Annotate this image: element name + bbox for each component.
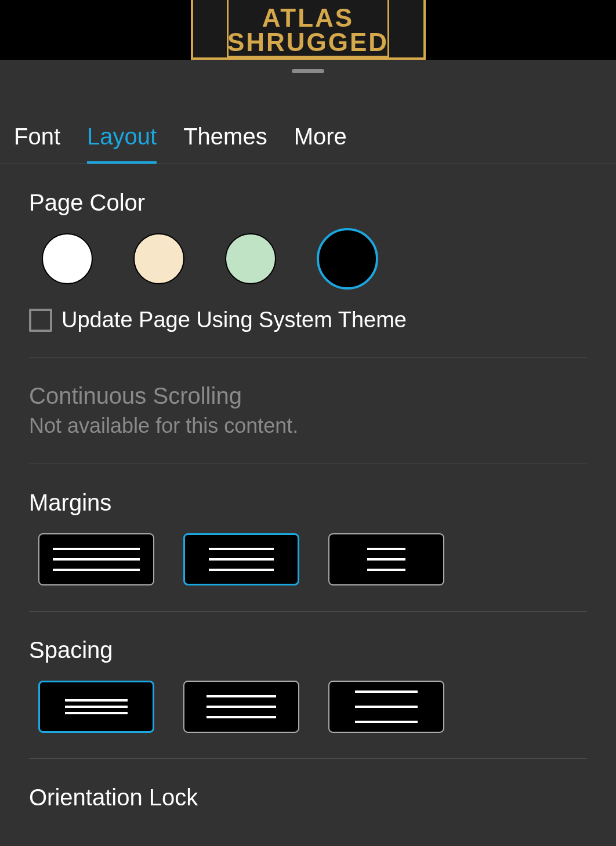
page-color-green[interactable] — [225, 233, 276, 284]
system-theme-checkbox[interactable] — [29, 309, 52, 332]
margin-line-icon — [209, 558, 274, 561]
spacing-line-icon — [355, 706, 418, 708]
system-theme-label: Update Page Using System Theme — [61, 308, 407, 332]
page-color-black[interactable] — [317, 228, 378, 290]
tab-bar: Font Layout Themes More — [0, 60, 616, 164]
spacing-line-icon — [355, 690, 418, 693]
spacing-line-icon — [206, 706, 276, 708]
spacing-options — [29, 681, 587, 733]
tab-themes[interactable]: Themes — [183, 124, 267, 164]
margins-title: Margins — [29, 490, 587, 516]
orientation-lock-title: Orientation Lock — [29, 784, 587, 811]
margin-line-icon — [367, 558, 405, 561]
reader-background: ATLAS SHRUGGED — [0, 0, 616, 60]
margins-narrow[interactable] — [38, 533, 154, 585]
book-title-line1: ATLAS — [262, 6, 354, 30]
spacing-line-icon — [65, 712, 128, 714]
divider — [29, 464, 587, 464]
margin-line-icon — [209, 569, 274, 571]
book-title-line2: SHRUGGED — [227, 30, 389, 55]
book-cover: ATLAS SHRUGGED — [191, 0, 426, 60]
drag-handle[interactable] — [292, 69, 324, 73]
margin-line-icon — [53, 558, 140, 561]
page-color-sepia[interactable] — [133, 233, 184, 284]
spacing-wide[interactable] — [328, 681, 444, 733]
page-color-title: Page Color — [29, 190, 587, 216]
spacing-line-icon — [206, 716, 276, 718]
page-color-white[interactable] — [42, 233, 93, 284]
margin-line-icon — [209, 548, 274, 550]
continuous-scrolling-section: Continuous Scrolling Not available for t… — [29, 357, 587, 464]
spacing-title: Spacing — [29, 637, 587, 663]
settings-content: Page Color Update Page Using System Them… — [0, 190, 616, 811]
margins-options — [29, 533, 587, 585]
margins-medium[interactable] — [183, 533, 299, 585]
spacing-tight[interactable] — [38, 681, 154, 733]
spacing-line-icon — [355, 721, 418, 723]
spacing-line-icon — [65, 699, 128, 702]
spacing-medium[interactable] — [183, 681, 299, 733]
margin-line-icon — [53, 569, 140, 571]
system-theme-row[interactable]: Update Page Using System Theme — [29, 308, 587, 332]
continuous-scrolling-title: Continuous Scrolling — [29, 383, 587, 409]
divider — [29, 611, 587, 612]
tab-layout[interactable]: Layout — [87, 124, 157, 164]
tab-more[interactable]: More — [294, 124, 347, 164]
spacing-line-icon — [206, 695, 276, 697]
margin-line-icon — [367, 548, 405, 550]
book-cover-inner: ATLAS SHRUGGED — [227, 0, 389, 57]
divider — [29, 758, 587, 759]
margins-wide[interactable] — [328, 533, 444, 585]
margin-line-icon — [53, 548, 140, 550]
page-color-swatches — [29, 233, 587, 284]
margin-line-icon — [367, 569, 405, 571]
continuous-scrolling-subtext: Not available for this content. — [29, 414, 587, 438]
settings-panel: Font Layout Themes More Page Color Updat… — [0, 60, 616, 846]
spacing-line-icon — [65, 706, 128, 708]
tab-font[interactable]: Font — [14, 124, 60, 164]
